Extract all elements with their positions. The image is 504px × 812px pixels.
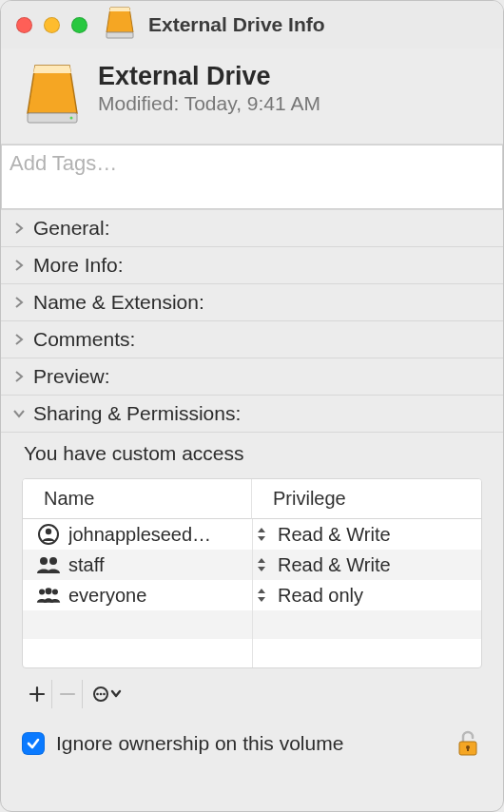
chevron-right-icon xyxy=(12,259,26,272)
privilege-value: Read only xyxy=(278,585,363,607)
lock-icon[interactable] xyxy=(454,729,482,758)
chevron-right-icon xyxy=(12,222,26,235)
table-row-empty xyxy=(23,610,481,639)
info-window: External Drive Info External Drive Modif… xyxy=(0,0,504,812)
ignore-ownership-checkbox[interactable] xyxy=(22,732,45,755)
privilege-value: Read & Write xyxy=(278,554,391,576)
modified-line: Modified: Today, 9:41 AM xyxy=(98,92,320,115)
svg-point-8 xyxy=(46,529,51,534)
table-row[interactable]: everyone Read only xyxy=(23,580,481,610)
group-icon xyxy=(36,583,61,608)
chevron-right-icon xyxy=(12,296,26,309)
remove-button[interactable] xyxy=(52,680,83,708)
section-label: Comments: xyxy=(33,328,135,351)
svg-point-9 xyxy=(40,557,48,565)
table-header: Name Privilege xyxy=(23,479,481,519)
modified-value: Today, 9:41 AM xyxy=(184,92,320,114)
traffic-lights xyxy=(16,17,87,33)
privilege-value: Read & Write xyxy=(278,524,391,546)
sections: General: More Info: Name & Extension: Co… xyxy=(1,209,503,773)
section-label: More Info: xyxy=(33,254,124,277)
table-body: johnappleseed… Read & Write xyxy=(23,519,481,667)
section-preview[interactable]: Preview: xyxy=(1,358,503,396)
section-name-extension[interactable]: Name & Extension: xyxy=(1,284,503,321)
svg-rect-5 xyxy=(28,113,77,123)
col-name[interactable]: Name xyxy=(23,479,252,519)
user-name: everyone xyxy=(68,585,146,607)
table-row[interactable]: staff Read & Write xyxy=(23,550,481,580)
col-privilege[interactable]: Privilege xyxy=(252,479,481,519)
drive-icon xyxy=(105,6,135,44)
modified-label: Modified: xyxy=(98,92,179,114)
minimize-button[interactable] xyxy=(44,17,60,33)
svg-point-11 xyxy=(39,590,45,595)
user-name: staff xyxy=(68,554,104,576)
section-more-info[interactable]: More Info: xyxy=(1,247,503,284)
section-label: Preview: xyxy=(33,365,110,388)
sharing-body: You have custom access Name Privilege jo… xyxy=(1,433,503,725)
window-title: External Drive Info xyxy=(148,13,325,36)
svg-point-10 xyxy=(49,557,57,565)
section-label: General: xyxy=(33,217,110,240)
svg-point-16 xyxy=(100,693,103,696)
svg-rect-2 xyxy=(107,32,133,38)
svg-point-12 xyxy=(46,588,52,594)
section-label: Sharing & Permissions: xyxy=(33,402,241,425)
drive-icon xyxy=(24,62,81,130)
user-name: johnappleseed… xyxy=(68,524,211,546)
table-row-empty xyxy=(23,639,481,667)
ignore-ownership-label: Ignore ownership on this volume xyxy=(56,732,343,755)
titlebar: External Drive Info xyxy=(1,1,503,48)
section-comments[interactable]: Comments: xyxy=(1,321,503,358)
chevron-right-icon xyxy=(12,333,26,346)
stepper-icon[interactable] xyxy=(257,588,266,603)
close-button[interactable] xyxy=(16,17,32,33)
section-sharing[interactable]: Sharing & Permissions: xyxy=(1,396,503,433)
svg-rect-20 xyxy=(467,747,469,751)
access-text: You have custom access xyxy=(22,442,482,465)
svg-point-6 xyxy=(70,117,73,120)
maximize-button[interactable] xyxy=(71,17,87,33)
section-label: Name & Extension: xyxy=(33,291,204,314)
add-button[interactable] xyxy=(22,680,52,708)
ignore-ownership-row: Ignore ownership on this volume xyxy=(1,725,503,773)
stepper-icon[interactable] xyxy=(257,557,266,572)
svg-point-13 xyxy=(52,590,58,595)
svg-point-15 xyxy=(96,693,99,696)
chevron-down-icon xyxy=(12,407,26,420)
stepper-icon[interactable] xyxy=(257,527,266,542)
group-icon xyxy=(36,552,61,577)
table-toolbar xyxy=(22,680,482,708)
tags-input[interactable]: Add Tags… xyxy=(1,145,503,209)
permissions-table: Name Privilege johnappleseed… xyxy=(22,478,482,668)
svg-marker-4 xyxy=(33,66,71,73)
item-name: External Drive xyxy=(98,62,320,91)
chevron-right-icon xyxy=(12,370,26,383)
person-icon xyxy=(36,522,61,547)
svg-point-17 xyxy=(103,693,106,696)
header-text: External Drive Modified: Today, 9:41 AM xyxy=(98,62,320,115)
svg-marker-1 xyxy=(109,8,130,11)
action-menu-button[interactable] xyxy=(83,680,130,708)
table-row[interactable]: johnappleseed… Read & Write xyxy=(23,519,481,550)
item-header: External Drive Modified: Today, 9:41 AM xyxy=(1,48,503,145)
section-general[interactable]: General: xyxy=(1,209,503,247)
